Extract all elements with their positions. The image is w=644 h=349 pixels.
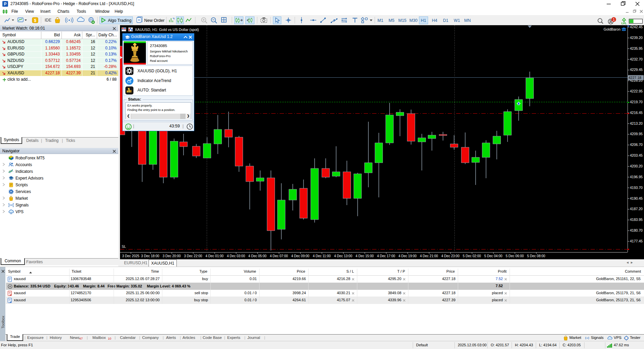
svg-text:Algo Trading: Algo Trading bbox=[108, 18, 131, 23]
svg-text:5 Dec 04:00: 5 Dec 04:00 bbox=[484, 254, 502, 258]
svg-text:4227.18: 4227.18 bbox=[629, 76, 641, 80]
svg-text:4177.45: 4177.45 bbox=[630, 239, 643, 243]
svg-text:4180.70: 4180.70 bbox=[630, 228, 643, 232]
svg-text:4 Dec 09:00: 4 Dec 09:00 bbox=[291, 254, 309, 258]
svg-text:4190.45: 4190.45 bbox=[630, 196, 643, 200]
svg-text:M1: M1 bbox=[377, 18, 383, 23]
svg-text:XAUUSD, H1: Gold vs US Dollar: XAUUSD, H1: Gold vs US Dollar (spot) bbox=[135, 28, 199, 32]
svg-text:4 Dec 07:00: 4 Dec 07:00 bbox=[270, 254, 288, 258]
svg-text:H1: H1 bbox=[421, 18, 426, 23]
svg-text:5 Dec 02:00: 5 Dec 02:00 bbox=[463, 254, 481, 258]
svg-text:4 Dec 23:00: 4 Dec 23:00 bbox=[441, 254, 459, 258]
svg-text:4235.95: 4235.95 bbox=[630, 46, 643, 50]
svg-text:4219.70: 4219.70 bbox=[630, 100, 643, 104]
svg-text:4 Dec 01:00: 4 Dec 01:00 bbox=[205, 254, 224, 258]
svg-text:GoldBaron: GoldBaron bbox=[604, 27, 620, 31]
svg-text:4193.70: 4193.70 bbox=[630, 186, 643, 190]
svg-text:3 Dec 22:00: 3 Dec 22:00 bbox=[184, 254, 202, 258]
svg-text:3 Dec 2025: 3 Dec 2025 bbox=[122, 254, 139, 258]
svg-text:D1: D1 bbox=[443, 18, 448, 23]
svg-text:3 Dec 18:00: 3 Dec 18:00 bbox=[141, 254, 159, 258]
svg-text:W1: W1 bbox=[454, 18, 460, 23]
svg-text:4206.70: 4206.70 bbox=[630, 143, 643, 147]
svg-text:5 Dec 08:00: 5 Dec 08:00 bbox=[527, 254, 545, 258]
svg-text:4222.95: 4222.95 bbox=[630, 89, 643, 93]
svg-text:4196.95: 4196.95 bbox=[630, 175, 643, 179]
svg-text:M30: M30 bbox=[409, 18, 417, 23]
svg-text:3 Dec 20:00: 3 Dec 20:00 bbox=[163, 254, 181, 258]
svg-text:4 Dec 17:00: 4 Dec 17:00 bbox=[377, 254, 395, 258]
svg-text:MN: MN bbox=[464, 18, 471, 23]
svg-text:4232.70: 4232.70 bbox=[630, 57, 643, 61]
svg-text:H4: H4 bbox=[432, 18, 437, 23]
svg-text:4 Dec 05:00: 4 Dec 05:00 bbox=[248, 254, 267, 258]
svg-text:4 Dec 21:00: 4 Dec 21:00 bbox=[420, 254, 438, 258]
svg-text:4 Dec 11:00: 4 Dec 11:00 bbox=[313, 254, 331, 258]
svg-text:4229.45: 4229.45 bbox=[630, 68, 643, 72]
svg-text:IDE: IDE bbox=[45, 18, 51, 23]
svg-text:M5: M5 bbox=[389, 18, 394, 23]
svg-text:P: P bbox=[4, 2, 6, 6]
svg-text:4239.20: 4239.20 bbox=[630, 36, 643, 40]
svg-text:4216.45: 4216.45 bbox=[630, 111, 643, 115]
svg-text:$: $ bbox=[34, 18, 36, 23]
svg-text:4 Dec 19:00: 4 Dec 19:00 bbox=[398, 254, 416, 258]
svg-text:4242.45: 4242.45 bbox=[630, 25, 643, 29]
svg-text:4 Dec 03:00: 4 Dec 03:00 bbox=[227, 254, 245, 258]
svg-text:4200.20: 4200.20 bbox=[630, 164, 643, 168]
svg-text:LVL: LVL bbox=[621, 22, 627, 25]
svg-text:4203.45: 4203.45 bbox=[630, 153, 643, 157]
svg-text:4 Dec 13:00: 4 Dec 13:00 bbox=[334, 254, 352, 258]
svg-text:4213.20: 4213.20 bbox=[630, 121, 643, 125]
svg-text:M15: M15 bbox=[398, 18, 406, 23]
svg-text:5 Dec 06:00: 5 Dec 06:00 bbox=[506, 254, 524, 258]
svg-text:1: 1 bbox=[613, 17, 615, 22]
svg-text:New Order: New Order bbox=[144, 18, 164, 23]
svg-text:4183.95: 4183.95 bbox=[630, 218, 643, 222]
svg-text:SL: SL bbox=[122, 244, 126, 248]
svg-text:4209.95: 4209.95 bbox=[630, 132, 643, 136]
svg-text:4187.20: 4187.20 bbox=[630, 207, 643, 211]
svg-text:4 Dec 15:00: 4 Dec 15:00 bbox=[356, 254, 374, 258]
